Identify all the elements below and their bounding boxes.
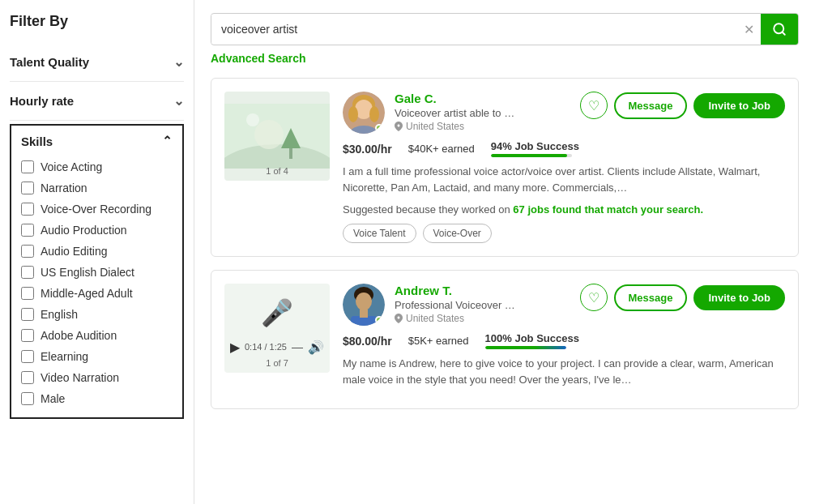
sidebar: Filter By Talent Quality ⌄ Hourly rate ⌄… (0, 0, 194, 504)
job-success-text-andrew: 100% Job Success (485, 332, 579, 344)
skill-middle-aged-adult[interactable]: Middle-Aged Adult (21, 283, 173, 304)
advanced-search-link[interactable]: Advanced Search (211, 52, 306, 65)
portfolio-thumb-gale[interactable]: 1 of 4 (224, 92, 330, 181)
card-actions-gale: ♡ Message Invite to Job (580, 92, 785, 119)
skill-voice-acting-label: Voice Acting (41, 160, 102, 173)
avatar-andrew (343, 284, 385, 326)
volume-icon-andrew[interactable]: 🔊 (308, 340, 324, 355)
card-info-gale: Gale C. Voiceover artist able to … Unite… (343, 92, 785, 243)
skill-middle-aged-adult-label: Middle-Aged Adult (41, 287, 133, 300)
skill-male-label: Male (41, 392, 65, 405)
name-section-andrew: Andrew T. Professional Voiceover … Unite… (395, 284, 570, 324)
skill-adobe-audition[interactable]: Adobe Audition (21, 325, 173, 346)
search-input[interactable] (211, 15, 737, 44)
card-desc-andrew: My name is Andrew, here to give voice to… (343, 356, 785, 387)
skill-english-checkbox[interactable] (21, 308, 34, 321)
invite-button-andrew[interactable]: Invite to Job (693, 285, 785, 310)
card-stats-andrew: $80.00/hr $5K+ earned 100% Job Success (343, 332, 785, 349)
skills-label: Skills (21, 135, 53, 148)
skill-adobe-audition-label: Adobe Audition (41, 329, 117, 342)
avatar-gale (343, 92, 385, 134)
rate-andrew: $80.00/hr (343, 335, 392, 348)
skill-adobe-audition-checkbox[interactable] (21, 329, 34, 342)
svg-point-11 (348, 106, 358, 122)
skill-audio-editing-checkbox[interactable] (21, 245, 34, 258)
skill-us-english-dialect-checkbox[interactable] (21, 266, 34, 279)
skill-voice-acting[interactable]: Voice Acting (21, 156, 173, 177)
skill-english-label: English (41, 308, 78, 321)
search-clear-button[interactable]: ✕ (737, 22, 761, 37)
skill-us-english-dialect[interactable]: US English Dialect (21, 262, 173, 283)
talent-quality-label: Talent Quality (10, 55, 89, 69)
suggestion-link-gale[interactable]: 67 jobs found that match your search. (513, 203, 703, 216)
skill-video-narration-checkbox[interactable] (21, 371, 34, 384)
skill-audio-production-label: Audio Production (41, 224, 127, 237)
result-card-gale: 1 of 4 (211, 78, 799, 257)
freelancer-name-gale[interactable]: Gale C. (395, 92, 570, 105)
card-top-andrew: Andrew T. Professional Voiceover … Unite… (343, 284, 785, 326)
main-content: ✕ Advanced Search 1 of 4 (194, 0, 815, 504)
skill-male-checkbox[interactable] (21, 392, 34, 405)
skill-voiceover-recording[interactable]: Voice-Over Recording (21, 199, 173, 220)
tag-voice-talent[interactable]: Voice Talent (343, 224, 416, 243)
rate-gale: $30.00/hr (343, 143, 392, 156)
search-bar: ✕ (211, 13, 799, 45)
tag-voice-over[interactable]: Voice-Over (423, 224, 492, 243)
name-section-gale: Gale C. Voiceover artist able to … Unite… (395, 92, 570, 132)
freelancer-location-andrew: United States (395, 313, 570, 324)
skill-middle-aged-adult-checkbox[interactable] (21, 287, 34, 300)
hourly-rate-section[interactable]: Hourly rate ⌄ (10, 82, 184, 121)
skill-narration[interactable]: Narration (21, 177, 173, 199)
earned-andrew: $5K+ earned (408, 335, 469, 347)
invite-button-gale[interactable]: Invite to Job (693, 93, 785, 118)
search-button[interactable] (761, 14, 798, 45)
freelancer-title-gale: Voiceover artist able to … (395, 107, 570, 119)
freelancer-name-andrew[interactable]: Andrew T. (395, 284, 570, 297)
location-icon-andrew (395, 314, 403, 323)
tags-gale: Voice Talent Voice-Over (343, 224, 785, 243)
audio-player-andrew[interactable]: ▶ 0:14 / 1:25 — 🔊 (225, 335, 329, 360)
skills-collapse-icon[interactable]: ⌃ (162, 134, 173, 148)
freelancer-title-andrew: Professional Voiceover … (395, 299, 570, 311)
skill-audio-production[interactable]: Audio Production (21, 220, 173, 241)
progress-bar-andrew (485, 346, 566, 349)
talent-quality-chevron: ⌄ (173, 54, 184, 70)
skill-voice-acting-checkbox[interactable] (21, 160, 34, 173)
skill-male[interactable]: Male (21, 388, 173, 409)
talent-quality-section[interactable]: Talent Quality ⌄ (10, 43, 184, 82)
audio-dash: — (292, 340, 303, 353)
message-button-gale[interactable]: Message (614, 92, 688, 119)
hourly-rate-chevron: ⌄ (173, 93, 184, 109)
play-button-andrew[interactable]: ▶ (230, 340, 240, 355)
message-button-andrew[interactable]: Message (614, 284, 688, 311)
skill-narration-label: Narration (41, 182, 87, 194)
thumb-counter-andrew: 1 of 7 (266, 358, 288, 368)
skill-elearning-checkbox[interactable] (21, 350, 34, 363)
skill-voiceover-recording-checkbox[interactable] (21, 203, 34, 216)
favorite-button-andrew[interactable]: ♡ (580, 284, 608, 311)
talent-quality-header[interactable]: Talent Quality ⌄ (10, 54, 184, 70)
skill-english[interactable]: English (21, 304, 173, 325)
job-success-andrew: 100% Job Success (485, 332, 579, 349)
favorite-button-gale[interactable]: ♡ (580, 92, 608, 119)
skill-video-narration[interactable]: Video Narration (21, 367, 173, 388)
hourly-rate-label: Hourly rate (10, 94, 74, 108)
freelancer-location-gale: United States (395, 121, 570, 132)
skill-elearning[interactable]: Elearning (21, 346, 173, 367)
online-indicator-gale (375, 124, 383, 132)
skill-audio-editing-label: Audio Editing (41, 245, 108, 258)
location-text-gale: United States (406, 121, 464, 132)
skill-audio-production-checkbox[interactable] (21, 224, 34, 237)
skills-section: Skills ⌃ Voice Acting Narration Voice-Ov… (10, 124, 184, 419)
portfolio-thumb-andrew[interactable]: 🎤 ▶ 0:14 / 1:25 — 🔊 1 of 7 (224, 284, 330, 373)
skill-narration-checkbox[interactable] (21, 182, 34, 194)
svg-line-1 (782, 32, 784, 34)
search-icon (772, 22, 787, 36)
hourly-rate-header[interactable]: Hourly rate ⌄ (10, 93, 184, 109)
sidebar-title: Filter By (10, 13, 184, 30)
skill-audio-editing[interactable]: Audio Editing (21, 241, 173, 262)
svg-point-4 (254, 120, 284, 149)
suggestion-text-gale: Suggested because they worked on 67 jobs… (343, 203, 785, 216)
earned-gale: $40K+ earned (408, 143, 475, 155)
skills-header: Skills ⌃ (21, 134, 173, 148)
